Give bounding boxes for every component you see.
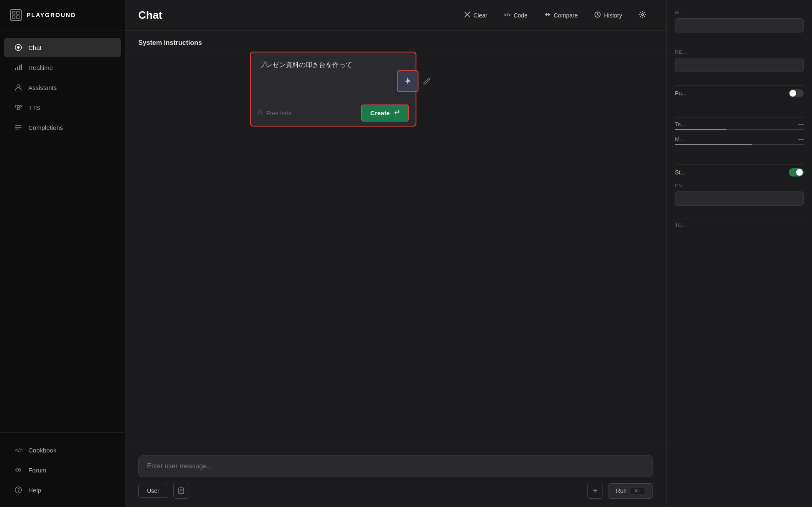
settings-button[interactable] [632, 7, 653, 23]
response-section: Re... [675, 50, 804, 72]
sidebar-nav: Chat Realtime Assistants [0, 30, 125, 432]
svg-rect-2 [12, 16, 15, 18]
divider-1 [675, 46, 804, 46]
divider-2 [675, 85, 804, 86]
logo-icon [10, 9, 22, 21]
history-icon [594, 11, 601, 19]
slider-2-track[interactable] [675, 144, 804, 145]
slider-2-label: M... — [675, 136, 804, 142]
free-beta-label: Free beta [257, 109, 291, 117]
assistants-icon [14, 83, 22, 92]
history-button[interactable]: History [588, 8, 629, 22]
model-selector[interactable] [675, 18, 804, 32]
tts-icon [14, 103, 22, 112]
slider-1-fill [675, 129, 727, 130]
svg-rect-6 [15, 68, 16, 70]
sidebar-label-forum: Forum [28, 467, 46, 474]
system-instructions-label: System instructions [138, 39, 202, 46]
sidebar-label-tts: TTS [28, 104, 40, 111]
help-icon: ? [14, 486, 22, 494]
slider-1: Te... — [675, 121, 804, 130]
popup-action-buttons [397, 70, 431, 92]
sidebar-item-completions[interactable]: Completions [4, 118, 121, 137]
sidebar-bottom: </> Cookbook Forum ? [0, 432, 125, 507]
suggest-input[interactable] [251, 52, 416, 98]
chat-icon [14, 43, 22, 52]
clear-icon [464, 11, 471, 19]
slider-1-track[interactable] [675, 129, 804, 130]
svg-point-20 [19, 470, 20, 470]
stream-toggle[interactable] [789, 168, 804, 176]
cookbook-icon: </> [14, 446, 22, 454]
svg-text:</>: </> [504, 12, 511, 18]
bottom-toolbar: User + Run ⌘↵ [138, 483, 653, 499]
svg-rect-3 [17, 16, 19, 18]
clear-button[interactable]: Clear [457, 8, 494, 22]
sparkle-button[interactable] [397, 70, 418, 92]
sidebar-item-assistants[interactable]: Assistants [4, 78, 121, 97]
sidebar-label-completions: Completions [28, 124, 63, 131]
forum-icon [14, 466, 22, 474]
flask-icon [257, 109, 263, 117]
svg-point-5 [17, 46, 20, 49]
slider-1-label: Te... — [675, 121, 804, 127]
toggle-knob [790, 90, 796, 97]
settings-icon [639, 11, 646, 20]
enter-icon [393, 109, 400, 117]
sidebar-item-cookbook[interactable]: </> Cookbook [4, 440, 121, 460]
divider-4 [675, 164, 804, 165]
svg-rect-7 [17, 67, 18, 70]
header-actions: Clear </> Code Compare [457, 7, 653, 23]
add-button[interactable]: + [587, 483, 603, 499]
sidebar-item-realtime[interactable]: Realtime [4, 58, 121, 77]
run-button[interactable]: Run ⌘↵ [608, 483, 653, 499]
svg-point-25 [642, 14, 644, 16]
functions-section: Fu... [675, 89, 804, 104]
right-panel: M... Re... Fu... Te... — [666, 0, 812, 507]
main-content: Chat Clear </> Code [125, 0, 666, 507]
sidebar: PLAYGROUND Chat Realtime [0, 0, 125, 507]
svg-point-19 [17, 470, 17, 470]
sidebar-item-help[interactable]: ? Help [4, 480, 121, 500]
compare-icon [544, 11, 551, 19]
svg-rect-0 [12, 12, 15, 14]
main-header: Chat Clear </> Code [125, 0, 666, 31]
response-input[interactable] [675, 58, 804, 72]
suggest-footer: Free beta Create [251, 100, 416, 126]
svg-point-10 [17, 85, 20, 88]
functions-row: Fu... [675, 89, 804, 97]
sidebar-item-tts[interactable]: TTS [4, 98, 121, 117]
code-button[interactable]: </> Code [497, 8, 534, 22]
svg-rect-1 [17, 12, 19, 14]
sidebar-logo: PLAYGROUND [0, 0, 125, 30]
sidebar-label-assistants: Assistants [28, 84, 57, 91]
to-label: To... [675, 223, 804, 228]
message-input[interactable] [147, 462, 644, 470]
edit-button[interactable] [423, 70, 431, 92]
slider-2: M... — [675, 136, 804, 145]
sidebar-label-chat: Chat [28, 44, 42, 51]
svg-text:</>: </> [15, 447, 22, 453]
svg-rect-8 [19, 65, 20, 70]
functions-toggle[interactable] [789, 89, 804, 97]
code-icon: </> [504, 11, 511, 19]
sidebar-item-forum[interactable]: Forum [4, 460, 121, 480]
slider-2-fill [675, 144, 752, 145]
sidebar-label-cookbook: Cookbook [28, 447, 57, 454]
bottom-input-area: User + Run ⌘↵ [125, 447, 666, 507]
enable-input[interactable] [675, 191, 804, 206]
divider-3 [675, 117, 804, 118]
run-shortcut: ⌘↵ [631, 487, 645, 495]
sidebar-label-help: Help [28, 487, 41, 494]
content-area: System instructions Free beta Create [125, 31, 666, 507]
create-button[interactable]: Create [361, 104, 409, 122]
compare-button[interactable]: Compare [538, 8, 585, 22]
sidebar-label-realtime: Realtime [28, 64, 53, 71]
user-button[interactable]: User [138, 484, 168, 498]
response-label: Re... [675, 50, 804, 55]
sidebar-item-chat[interactable]: Chat [4, 38, 121, 57]
stream-toggle-knob [796, 169, 803, 176]
attachment-button[interactable] [173, 483, 189, 499]
divider-5 [675, 219, 804, 219]
completions-icon [14, 123, 22, 132]
